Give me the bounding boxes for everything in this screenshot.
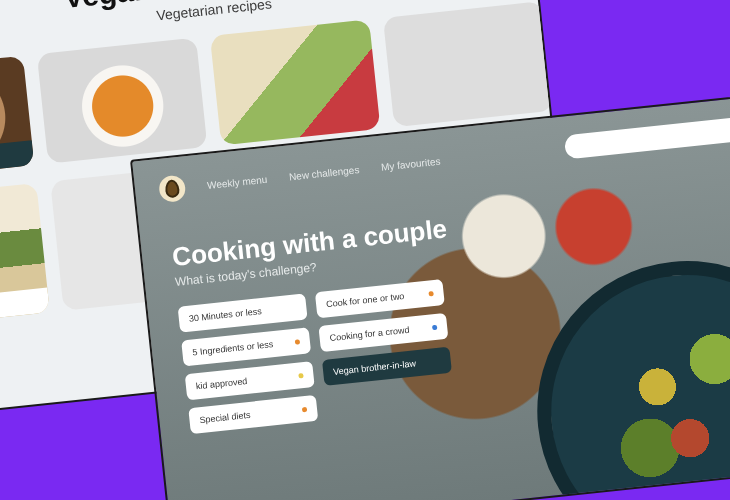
chip-dot-icon: [291, 305, 296, 310]
nav-my-favourites[interactable]: My favourites: [381, 155, 441, 172]
chip-cooking-for-a-crowd[interactable]: Cooking for a crowd: [318, 313, 448, 352]
chip-label: Cooking for a crowd: [329, 325, 410, 343]
chip-dot-icon: [302, 406, 307, 411]
avocado-icon: [164, 179, 180, 198]
chip-dot-icon: [295, 339, 300, 344]
recipe-card-label: mus table: [0, 140, 34, 182]
chip-label: kid approved: [195, 376, 247, 391]
front-screen: Weekly menu New challenges My favourites…: [130, 92, 730, 500]
chip-dot-icon: [428, 291, 433, 296]
chip-label: 30 Minutes or less: [188, 306, 262, 324]
chip-label: Special diets: [199, 410, 251, 425]
nav-weekly-menu[interactable]: Weekly menu: [206, 173, 267, 190]
recipe-card-soup[interactable]: [37, 38, 208, 164]
chip-30-minutes[interactable]: 30 Minutes or less: [178, 293, 308, 332]
chip-special-diets[interactable]: Special diets: [188, 395, 318, 434]
chip-label: 5 Ingredients or less: [192, 339, 274, 357]
recipe-card-avocado-toast[interactable]: [210, 19, 381, 145]
recipe-card-generic[interactable]: [383, 1, 554, 127]
chip-cook-for-one-or-two[interactable]: Cook for one or two: [315, 279, 445, 318]
chip-label: Vegan brother-in-law: [333, 358, 417, 377]
chip-kid-approved[interactable]: kid approved: [185, 361, 315, 400]
app-logo[interactable]: [158, 174, 187, 203]
chip-5-ingredients[interactable]: 5 Ingredients or less: [181, 327, 311, 366]
search-wrap: [564, 116, 730, 160]
chip-dot-icon: [298, 373, 303, 378]
chip-vegan-brother-in-law[interactable]: Vegan brother-in-law: [322, 347, 452, 386]
chip-label: Cook for one or two: [326, 291, 405, 309]
front-nav: Weekly menu New challenges My favourites: [206, 155, 440, 190]
search-input[interactable]: [564, 116, 730, 160]
chip-column-2: Cook for one or two Cooking for a crowd …: [315, 279, 456, 420]
recipe-card-label: reen sandwich: [0, 287, 50, 329]
chip-column-1: 30 Minutes or less 5 Ingredients or less…: [178, 293, 319, 434]
nav-new-challenges[interactable]: New challenges: [288, 164, 359, 182]
recipe-card-green-sandwich[interactable]: reen sandwich: [0, 183, 50, 329]
recipe-card-hummus[interactable]: mus table: [0, 56, 34, 182]
chip-dot-icon: [432, 324, 437, 329]
